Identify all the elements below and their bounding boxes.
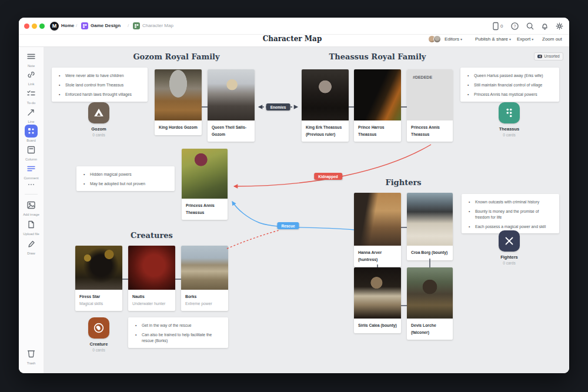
desktop: M Home Game Design Character Map 0 ? Cha…: [0, 0, 588, 392]
note-fighters-facts[interactable]: Known outcasts with criminal history Bou…: [462, 194, 559, 233]
card-king-erk[interactable]: King Erk Theassus (Previous ruler): [302, 69, 349, 142]
card-princess-annis-placeholder[interactable]: #DEDEDE Princess Annis Theassus: [407, 69, 453, 142]
king-erk-photo: [302, 69, 349, 120]
comment-icon: [25, 164, 37, 175]
kidnapped-line-label[interactable]: Kidnapped: [314, 173, 342, 180]
card-devis-lorche[interactable]: Devis Lorche (falconer): [407, 267, 453, 340]
breadcrumb-home[interactable]: Home: [61, 23, 74, 28]
heading-creatures[interactable]: Creatures: [122, 231, 181, 240]
siriis-calea-photo: [354, 267, 401, 319]
project-board-icon[interactable]: [81, 22, 88, 29]
card-borks[interactable]: BorksExtreme power: [181, 246, 228, 311]
croa-borg-photo: [407, 193, 453, 246]
note-gozom-facts[interactable]: Were never able to have children Stole l…: [52, 68, 148, 102]
breadcrumb-current[interactable]: Character Map: [142, 23, 173, 28]
fighters-board-icon: [499, 230, 520, 252]
card-hanna-arver[interactable]: Hanna Arver (huntress): [354, 193, 401, 267]
tool-link[interactable]: Link: [19, 70, 43, 86]
minimize-window-button[interactable]: [32, 24, 37, 29]
gozom-board-icon: [88, 102, 109, 123]
current-board-icon[interactable]: [133, 22, 140, 29]
todo-checklist-icon: [25, 89, 37, 99]
creature-board-icon: [88, 317, 109, 339]
board-icon: [25, 125, 38, 138]
card-queen-theil[interactable]: Queen Theil Salis-Gozom: [208, 69, 255, 142]
note-icon: [25, 52, 37, 62]
borks-photo: [181, 246, 228, 290]
svg-text:?: ?: [514, 24, 516, 28]
editors-menu-button[interactable]: Editors: [445, 36, 462, 42]
heading-theassus-family[interactable]: Theassus Royal Family: [316, 52, 439, 61]
sidebar-divider: [25, 194, 38, 195]
enemies-line-label[interactable]: Enemies: [266, 103, 290, 110]
editor-avatar[interactable]: [433, 35, 441, 43]
breadcrumb-separator: [76, 23, 77, 28]
tool-more[interactable]: [19, 180, 43, 190]
tool-trash[interactable]: Trash: [19, 348, 43, 365]
more-ellipsis-icon: [25, 180, 37, 190]
board-gozom[interactable]: Gozom 0 cards: [78, 102, 120, 137]
unsorted-label: Unsorted: [544, 54, 559, 58]
card-croa-borg[interactable]: Croa Borg (bounty): [407, 193, 453, 260]
queen-theil-photo: [208, 69, 255, 120]
firess-star-photo: [75, 246, 122, 290]
king-hordos-photo: [155, 69, 202, 120]
breadcrumb-project[interactable]: Game Design: [91, 23, 121, 28]
devis-lorche-photo: [407, 267, 453, 319]
board-theassus[interactable]: Theassus 0 cards: [488, 102, 530, 137]
tool-note[interactable]: Note: [19, 52, 43, 68]
nautis-photo: [128, 246, 175, 290]
breadcrumb-separator: [128, 23, 129, 28]
device-icon[interactable]: [493, 22, 499, 31]
maximize-window-button[interactable]: [39, 24, 45, 29]
card-siriis-calea[interactable]: Siriis Calea (bounty): [354, 267, 401, 333]
unsorted-tray-button[interactable]: 4Unsorted: [534, 52, 563, 61]
card-princess-annis[interactable]: Princess Annis Theassus: [182, 149, 228, 220]
publish-share-button[interactable]: Publish & share: [475, 36, 511, 42]
tool-comment[interactable]: Comment: [19, 164, 43, 180]
card-nautis[interactable]: NautisUnderwater hunter: [128, 246, 175, 311]
hanna-arver-photo: [354, 193, 401, 246]
close-window-button[interactable]: [24, 24, 29, 29]
tool-board[interactable]: Board: [19, 125, 43, 142]
tool-todo[interactable]: To-do: [19, 89, 43, 105]
draw-pencil-icon: [25, 239, 37, 250]
milanote-logo[interactable]: M: [50, 22, 59, 31]
settings-gear-icon[interactable]: [555, 22, 564, 31]
tool-add-image[interactable]: Add image: [19, 200, 43, 216]
card-firess-star[interactable]: Firess StarMagical skills: [75, 246, 122, 311]
link-icon: [25, 70, 37, 81]
zoom-out-button[interactable]: Zoom out: [542, 36, 562, 42]
tool-upload-file[interactable]: Upload file: [19, 220, 43, 236]
page-title: Character Map: [233, 35, 351, 43]
color-placeholder: #DEDEDE: [407, 69, 453, 120]
unsorted-count: 4: [537, 55, 542, 58]
trash-icon: [25, 348, 37, 359]
card-king-hordos[interactable]: King Hordos Gozom: [155, 69, 202, 135]
princess-annis-photo: [182, 149, 228, 199]
board-fighters[interactable]: Fighters 0 cards: [488, 230, 530, 265]
line-arrow-icon: [25, 108, 37, 118]
notifications-bell-icon[interactable]: [540, 22, 549, 31]
rescue-line-label[interactable]: Rescue: [277, 222, 299, 229]
tool-column[interactable]: Column: [19, 145, 43, 161]
tool-line[interactable]: Line: [19, 108, 43, 123]
card-prince-harros[interactable]: Prince Harros Theassus: [354, 69, 401, 142]
heading-fighters[interactable]: Fighters: [374, 178, 433, 187]
note-creature-facts[interactable]: Get in the way of the rescue Can also be…: [128, 317, 228, 348]
note-theassus-facts[interactable]: Queen Harlus passed away (Erks wife) Sti…: [460, 68, 559, 102]
help-icon[interactable]: ?: [510, 22, 519, 31]
upload-file-icon: [25, 220, 37, 230]
search-icon[interactable]: [526, 22, 534, 31]
prince-harros-photo: [354, 69, 401, 120]
add-image-icon: [25, 200, 37, 211]
note-princess-facts[interactable]: Hidden magical powers May be adopted but…: [76, 166, 175, 191]
column-icon: [25, 145, 37, 156]
device-count: 0: [500, 24, 503, 29]
app-window: M Home Game Design Character Map 0 ? Cha…: [19, 18, 569, 373]
theassus-board-icon: [499, 102, 520, 123]
tool-draw[interactable]: Draw: [19, 239, 43, 255]
board-creature[interactable]: Creature 0 cards: [78, 317, 120, 352]
export-button[interactable]: Export: [517, 36, 533, 42]
heading-gozom-family[interactable]: Gozom Royal Family: [118, 52, 235, 61]
